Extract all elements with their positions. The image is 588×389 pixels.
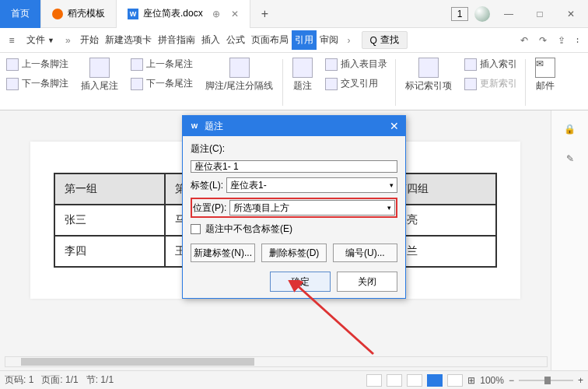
view-mode-2[interactable]: [387, 374, 402, 387]
tab-start[interactable]: 开始: [77, 30, 102, 50]
word-icon: W: [189, 121, 200, 131]
redo-icon[interactable]: ↷: [539, 35, 547, 46]
search-icon: Q: [370, 35, 377, 46]
pencil-icon[interactable]: ✎: [562, 151, 578, 166]
more-icon[interactable]: ∶: [576, 35, 579, 46]
label-label: 标签(L):: [191, 179, 223, 192]
dialog-title: 题注: [205, 120, 223, 133]
label-select[interactable]: 座位表1-▾: [226, 177, 397, 193]
home-tab[interactable]: 首页: [0, 0, 41, 28]
document-tab[interactable]: W 座位简表.docx ⊕ ✕: [117, 0, 250, 28]
numbering-button[interactable]: 编号(U)...: [333, 244, 397, 262]
ribbon-tabs: 开始 新建选项卡 拼音指南 插入 公式 页面布局 引用 审阅: [77, 30, 341, 50]
share-icon[interactable]: ⇪: [558, 35, 565, 46]
zoom-label[interactable]: 100%: [480, 375, 504, 386]
tab-references[interactable]: 引用: [292, 30, 317, 50]
insert-index-button[interactable]: 插入索引: [460, 54, 522, 74]
minimize-button[interactable]: ―: [496, 2, 521, 26]
view-mode-1[interactable]: [366, 374, 382, 387]
chevron-left-icon[interactable]: »: [61, 35, 75, 46]
search-box[interactable]: Q 查找: [362, 31, 408, 49]
close-tab-icon[interactable]: ✕: [231, 9, 239, 19]
next-endnote-button[interactable]: 下一条尾注: [126, 74, 198, 93]
footnote-separator-button[interactable]: 脚注/尾注分隔线: [199, 54, 279, 96]
zoom-in[interactable]: +: [578, 375, 583, 386]
view-mode-5[interactable]: [447, 374, 463, 387]
mark-entry-button[interactable]: 标记索引项: [399, 54, 458, 96]
sections-status[interactable]: 节: 1/1: [86, 373, 114, 387]
window-count[interactable]: 1: [451, 7, 468, 21]
exclude-label-checkbox[interactable]: 题注中不包含标签(E): [191, 223, 397, 236]
pin-icon[interactable]: ⊕: [212, 9, 220, 19]
new-tab-button[interactable]: +: [250, 7, 279, 21]
caption-button[interactable]: 题注: [286, 54, 319, 96]
maximize-button[interactable]: □: [527, 2, 552, 26]
avatar[interactable]: [474, 6, 490, 22]
ok-button[interactable]: 确定: [270, 272, 331, 292]
zoom-out[interactable]: −: [509, 375, 514, 386]
close-window-button[interactable]: ✕: [558, 2, 583, 26]
caption-input[interactable]: [191, 160, 397, 173]
tab-formula[interactable]: 公式: [223, 30, 248, 50]
next-footnote-button[interactable]: 下一条脚注: [2, 74, 73, 93]
view-mode-3[interactable]: [407, 374, 422, 387]
caption-dialog: W 题注 ✕ 题注(C): 标签(L): 座位表1-▾ 位置(P): 所选项目上…: [182, 115, 406, 299]
chevron-right-icon[interactable]: ›: [343, 35, 355, 46]
caption-label: 题注(C):: [191, 142, 397, 156]
lock-icon[interactable]: 🔒: [562, 121, 578, 137]
mail-button[interactable]: ✉邮件: [529, 54, 562, 96]
prev-endnote-button[interactable]: 上一条尾注: [126, 54, 198, 74]
zoom-slider[interactable]: [519, 380, 573, 381]
file-menu[interactable]: 文件▼: [22, 32, 59, 48]
position-select[interactable]: 所选项目上方▾: [229, 200, 395, 216]
delete-label-button[interactable]: 删除标签(D): [261, 244, 326, 262]
new-label-button[interactable]: 新建标签(N)...: [191, 244, 255, 262]
tab-pinyin[interactable]: 拼音指南: [155, 30, 198, 50]
insert-endnote-button[interactable]: 插入尾注: [75, 54, 124, 96]
dialog-close-icon[interactable]: ✕: [390, 120, 399, 132]
prev-footnote-button[interactable]: 上一条脚注: [2, 54, 73, 74]
tab-insert[interactable]: 插入: [198, 30, 223, 50]
tab-new[interactable]: 新建选项卡: [102, 30, 155, 50]
ruler-icon[interactable]: ⊞: [467, 375, 475, 386]
horizontal-scrollbar[interactable]: [5, 356, 548, 367]
template-tab[interactable]: 稻壳模板: [41, 0, 117, 28]
view-mode-4[interactable]: [427, 374, 443, 387]
position-label: 位置(P):: [193, 202, 226, 215]
pages-status[interactable]: 页面: 1/1: [41, 373, 78, 387]
undo-icon[interactable]: ↶: [520, 35, 528, 46]
cancel-button[interactable]: 关闭: [337, 272, 397, 292]
cross-reference-button[interactable]: 交叉引用: [320, 74, 392, 93]
tab-review[interactable]: 审阅: [317, 30, 341, 50]
tab-layout[interactable]: 页面布局: [248, 30, 292, 50]
word-icon: W: [128, 9, 138, 19]
page-number-status[interactable]: 页码: 1: [5, 373, 33, 387]
update-index-button[interactable]: 更新索引: [460, 74, 522, 93]
insert-toc-button[interactable]: 插入表目录: [320, 54, 392, 74]
hamburger-icon[interactable]: ≡: [3, 35, 20, 46]
